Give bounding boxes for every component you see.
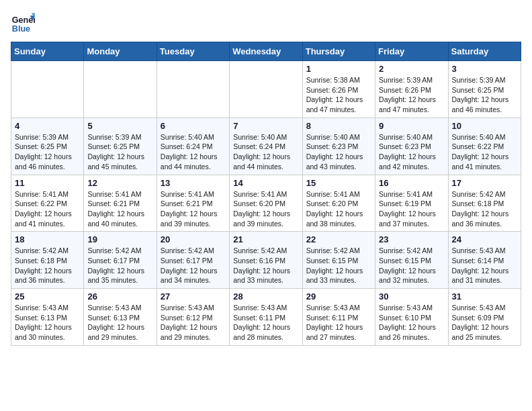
header: General Blue [11,11,521,35]
calendar-cell: 14Sunrise: 5:41 AM Sunset: 6:20 PM Dayli… [230,175,302,232]
day-info: Sunrise: 5:42 AM Sunset: 6:15 PM Dayligh… [306,246,371,285]
day-number: 8 [306,121,371,131]
day-info: Sunrise: 5:41 AM Sunset: 6:20 PM Dayligh… [233,189,298,229]
day-number: 17 [452,178,517,188]
day-number: 9 [379,121,444,131]
calendar-cell: 29Sunrise: 5:43 AM Sunset: 6:11 PM Dayli… [302,289,375,346]
calendar-cell: 4Sunrise: 5:39 AM Sunset: 6:25 PM Daylig… [11,118,84,175]
weekday-header: SundayMondayTuesdayWednesdayThursdayFrid… [11,42,521,61]
day-number: 16 [379,178,444,188]
day-number: 15 [306,178,371,188]
day-info: Sunrise: 5:43 AM Sunset: 6:13 PM Dayligh… [15,303,80,342]
logo-icon: General Blue [11,11,35,35]
day-number: 3 [452,64,517,74]
calendar-cell: 25Sunrise: 5:43 AM Sunset: 6:13 PM Dayli… [11,289,84,346]
day-number: 5 [87,121,152,131]
weekday-header-cell: Monday [84,42,157,61]
calendar-cell: 3Sunrise: 5:39 AM Sunset: 6:25 PM Daylig… [448,61,521,118]
day-info: Sunrise: 5:39 AM Sunset: 6:25 PM Dayligh… [87,132,152,172]
day-info: Sunrise: 5:42 AM Sunset: 6:17 PM Dayligh… [87,246,152,285]
day-number: 25 [15,291,80,302]
calendar-cell: 18Sunrise: 5:42 AM Sunset: 6:18 PM Dayli… [11,232,84,289]
weekday-header-cell: Wednesday [230,42,302,61]
day-number: 12 [87,178,152,188]
day-number: 29 [306,291,371,302]
calendar-cell: 20Sunrise: 5:42 AM Sunset: 6:17 PM Dayli… [157,232,229,289]
calendar-cell: 19Sunrise: 5:42 AM Sunset: 6:17 PM Dayli… [84,232,157,289]
calendar-cell: 5Sunrise: 5:39 AM Sunset: 6:25 PM Daylig… [84,118,157,175]
calendar-week-row: 25Sunrise: 5:43 AM Sunset: 6:13 PM Dayli… [11,289,521,346]
calendar-cell: 24Sunrise: 5:43 AM Sunset: 6:14 PM Dayli… [448,232,521,289]
calendar-body: 1Sunrise: 5:38 AM Sunset: 6:26 PM Daylig… [11,61,521,346]
day-number: 28 [233,291,298,302]
day-number: 26 [87,291,152,302]
calendar-cell: 15Sunrise: 5:41 AM Sunset: 6:20 PM Dayli… [302,175,375,232]
calendar-cell: 22Sunrise: 5:42 AM Sunset: 6:15 PM Dayli… [302,232,375,289]
calendar-cell: 21Sunrise: 5:42 AM Sunset: 6:16 PM Dayli… [230,232,302,289]
calendar-cell: 6Sunrise: 5:40 AM Sunset: 6:24 PM Daylig… [157,118,229,175]
weekday-header-cell: Thursday [302,42,375,61]
day-number: 21 [233,234,298,244]
day-info: Sunrise: 5:40 AM Sunset: 6:24 PM Dayligh… [161,132,226,172]
day-info: Sunrise: 5:43 AM Sunset: 6:11 PM Dayligh… [306,303,371,342]
day-info: Sunrise: 5:43 AM Sunset: 6:11 PM Dayligh… [233,303,298,342]
calendar-cell: 2Sunrise: 5:39 AM Sunset: 6:26 PM Daylig… [375,61,448,118]
calendar-cell [84,61,157,118]
weekday-header-cell: Tuesday [157,42,229,61]
calendar-cell: 16Sunrise: 5:41 AM Sunset: 6:19 PM Dayli… [375,175,448,232]
weekday-header-cell: Friday [375,42,448,61]
calendar-cell: 11Sunrise: 5:41 AM Sunset: 6:22 PM Dayli… [11,175,84,232]
weekday-header-cell: Sunday [11,42,84,61]
day-info: Sunrise: 5:40 AM Sunset: 6:22 PM Dayligh… [452,132,517,172]
calendar-cell: 30Sunrise: 5:43 AM Sunset: 6:10 PM Dayli… [375,289,448,346]
calendar-week-row: 1Sunrise: 5:38 AM Sunset: 6:26 PM Daylig… [11,61,521,118]
svg-text:Blue: Blue [12,24,30,34]
calendar-cell: 9Sunrise: 5:40 AM Sunset: 6:23 PM Daylig… [375,118,448,175]
calendar-cell: 28Sunrise: 5:43 AM Sunset: 6:11 PM Dayli… [230,289,302,346]
day-number: 19 [87,234,152,244]
logo: General Blue [11,11,35,35]
day-number: 4 [15,121,80,131]
calendar-cell [11,61,84,118]
day-number: 7 [233,121,298,131]
calendar-cell: 27Sunrise: 5:43 AM Sunset: 6:12 PM Dayli… [157,289,229,346]
calendar-week-row: 11Sunrise: 5:41 AM Sunset: 6:22 PM Dayli… [11,175,521,232]
calendar-cell: 7Sunrise: 5:40 AM Sunset: 6:24 PM Daylig… [230,118,302,175]
calendar-cell: 1Sunrise: 5:38 AM Sunset: 6:26 PM Daylig… [302,61,375,118]
day-number: 13 [161,178,226,188]
day-number: 27 [161,291,226,302]
day-number: 2 [379,64,444,74]
day-info: Sunrise: 5:39 AM Sunset: 6:25 PM Dayligh… [15,132,80,172]
day-info: Sunrise: 5:43 AM Sunset: 6:14 PM Dayligh… [452,246,517,285]
day-info: Sunrise: 5:38 AM Sunset: 6:26 PM Dayligh… [306,75,371,115]
day-number: 1 [306,64,371,74]
day-info: Sunrise: 5:42 AM Sunset: 6:17 PM Dayligh… [161,246,226,285]
day-number: 31 [452,291,517,302]
calendar-table: SundayMondayTuesdayWednesdayThursdayFrid… [11,42,521,346]
calendar-cell: 13Sunrise: 5:41 AM Sunset: 6:21 PM Dayli… [157,175,229,232]
day-number: 22 [306,234,371,244]
day-info: Sunrise: 5:40 AM Sunset: 6:23 PM Dayligh… [379,132,444,172]
calendar-cell [230,61,302,118]
calendar-cell [157,61,229,118]
day-info: Sunrise: 5:39 AM Sunset: 6:26 PM Dayligh… [379,75,444,115]
calendar-cell: 10Sunrise: 5:40 AM Sunset: 6:22 PM Dayli… [448,118,521,175]
day-info: Sunrise: 5:40 AM Sunset: 6:23 PM Dayligh… [306,132,371,172]
day-info: Sunrise: 5:43 AM Sunset: 6:13 PM Dayligh… [87,303,152,342]
calendar-cell: 23Sunrise: 5:42 AM Sunset: 6:15 PM Dayli… [375,232,448,289]
day-number: 14 [233,178,298,188]
day-number: 30 [379,291,444,302]
day-info: Sunrise: 5:39 AM Sunset: 6:25 PM Dayligh… [452,75,517,115]
day-info: Sunrise: 5:42 AM Sunset: 6:18 PM Dayligh… [15,246,80,285]
day-number: 11 [15,178,80,188]
day-number: 18 [15,234,80,244]
calendar-week-row: 4Sunrise: 5:39 AM Sunset: 6:25 PM Daylig… [11,118,521,175]
day-info: Sunrise: 5:42 AM Sunset: 6:18 PM Dayligh… [452,189,517,229]
day-info: Sunrise: 5:40 AM Sunset: 6:24 PM Dayligh… [233,132,298,172]
day-number: 23 [379,234,444,244]
day-info: Sunrise: 5:43 AM Sunset: 6:09 PM Dayligh… [452,303,517,342]
day-info: Sunrise: 5:43 AM Sunset: 6:12 PM Dayligh… [161,303,226,342]
day-number: 24 [452,234,517,244]
day-info: Sunrise: 5:41 AM Sunset: 6:22 PM Dayligh… [15,189,80,229]
day-info: Sunrise: 5:43 AM Sunset: 6:10 PM Dayligh… [379,303,444,342]
